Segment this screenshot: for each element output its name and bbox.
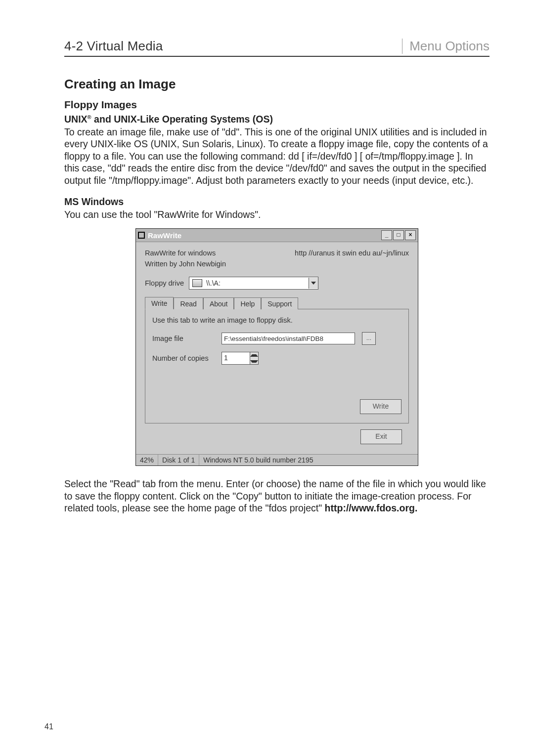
subsection-heading: Floppy Images bbox=[64, 99, 490, 111]
after-dot: . bbox=[415, 503, 417, 513]
close-button[interactable]: × bbox=[405, 230, 416, 240]
mswindows-body-text: You can use the tool "RawWrite for Windo… bbox=[64, 209, 490, 220]
browse-button[interactable]: … bbox=[362, 332, 376, 345]
unix-heading-prefix: UNIX bbox=[64, 114, 88, 125]
after-text-body: Select the "Read" tab from the menu. Ent… bbox=[64, 478, 486, 513]
floppy-drive-value: \\.\A: bbox=[205, 279, 309, 287]
app-url: http //uranus it swin edu au/~jn/linux bbox=[295, 249, 409, 257]
after-screenshot-text: Select the "Read" tab from the menu. Ent… bbox=[64, 478, 490, 514]
rawwrite-window: RawWrite _ □ × RawWrite for windows http… bbox=[135, 228, 418, 466]
write-button[interactable]: Write bbox=[360, 399, 401, 414]
header-section-title: 4-2 Virtual Media bbox=[64, 39, 163, 54]
mswindows-heading: MS Windows bbox=[64, 196, 490, 208]
app-author: Written by John Newbigin bbox=[145, 260, 409, 268]
status-disk: Disk 1 of 1 bbox=[158, 455, 199, 465]
status-os: Windows NT 5.0 build number 2195 bbox=[199, 455, 418, 465]
page-number: 41 bbox=[44, 722, 53, 731]
unix-body-text: To create an image file, make use of "dd… bbox=[64, 126, 490, 186]
image-file-label: Image file bbox=[152, 335, 217, 342]
exit-button[interactable]: Exit bbox=[360, 429, 402, 444]
maximize-button[interactable]: □ bbox=[393, 230, 404, 240]
window-buttons: _ □ × bbox=[381, 230, 416, 240]
section-heading: Creating an Image bbox=[64, 77, 490, 92]
fdos-link: http://www.fdos.org bbox=[325, 503, 415, 513]
app-icon bbox=[138, 232, 145, 239]
chevron-down-icon[interactable] bbox=[309, 278, 318, 289]
minimize-button[interactable]: _ bbox=[381, 230, 392, 240]
app-subtitle: RawWrite for windows bbox=[145, 249, 216, 257]
tab-support[interactable]: Support bbox=[261, 297, 298, 309]
status-percent: 42% bbox=[136, 455, 158, 465]
tab-read[interactable]: Read bbox=[174, 297, 203, 309]
status-bar: 42% Disk 1 of 1 Windows NT 5.0 build num… bbox=[136, 454, 418, 465]
tab-hint-text: Use this tab to write an image to floppy… bbox=[152, 316, 401, 324]
page-header: 4-2 Virtual Media Menu Options bbox=[64, 39, 490, 57]
tab-about[interactable]: About bbox=[203, 297, 234, 309]
unix-heading-suffix: and UNIX-Like Operating Systems (OS) bbox=[91, 114, 273, 125]
unix-heading: UNIX® and UNIX-Like Operating Systems (O… bbox=[64, 114, 490, 125]
registered-mark: ® bbox=[88, 114, 91, 120]
tab-help[interactable]: Help bbox=[234, 297, 261, 309]
floppy-drive-combo[interactable]: \\.\A: bbox=[189, 277, 318, 290]
titlebar: RawWrite _ □ × bbox=[136, 229, 418, 242]
copies-stepper[interactable]: 1 bbox=[222, 352, 259, 365]
copies-label: Number of copies bbox=[152, 354, 217, 362]
tab-bar: Write Read About Help Support bbox=[145, 296, 409, 309]
window-title: RawWrite bbox=[148, 231, 181, 240]
copies-value[interactable]: 1 bbox=[222, 352, 250, 364]
tab-write[interactable]: Write bbox=[145, 297, 174, 309]
image-file-input[interactable]: F:\essentials\freedos\install\FDB8 bbox=[222, 333, 355, 344]
drive-icon bbox=[192, 279, 202, 287]
header-breadcrumb: Menu Options bbox=[402, 39, 490, 54]
tab-panel-write: Use this tab to write an image to floppy… bbox=[145, 309, 409, 423]
stepper-up-icon[interactable] bbox=[250, 352, 258, 358]
stepper-down-icon[interactable] bbox=[250, 358, 258, 364]
floppy-drive-label: Floppy drive bbox=[145, 279, 184, 287]
